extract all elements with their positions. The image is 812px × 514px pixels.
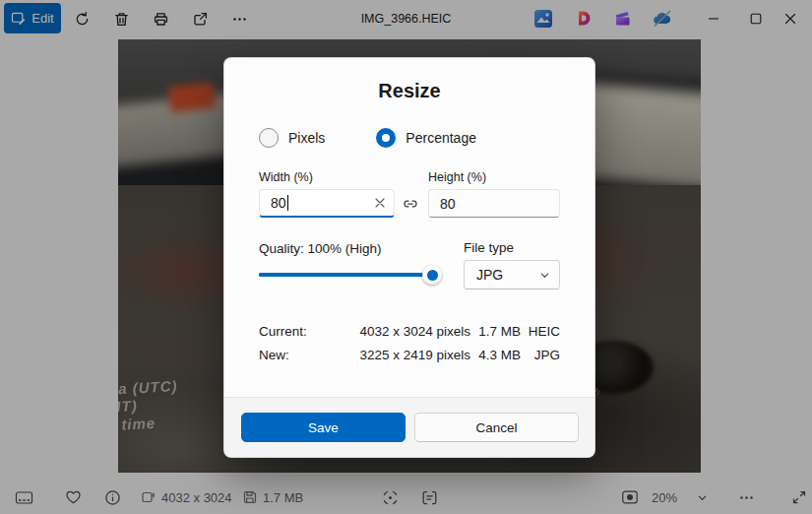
dialog-title: Resize: [224, 80, 594, 102]
new-label: New:: [259, 348, 338, 362]
photos-app-window: Edit: [0, 0, 812, 514]
text-cursor: [287, 195, 288, 211]
radio-pixels[interactable]: Pixels: [259, 128, 325, 148]
resize-dialog: Resize Pixels Percentage Width (%) 80: [223, 57, 595, 458]
new-info-row: New: 3225 x 2419 pixels 4.3 MB JPG: [259, 348, 560, 362]
current-size: 1.7 MB: [470, 324, 521, 339]
new-format: JPG: [521, 348, 560, 362]
current-info-row: Current: 4032 x 3024 pixels 1.7 MB HEIC: [259, 324, 560, 339]
file-type-dropdown[interactable]: JPG: [464, 260, 560, 289]
radio-percentage-circle: [376, 128, 396, 148]
quality-slider[interactable]: [259, 273, 432, 277]
current-dimensions: 4032 x 3024 pixels: [338, 324, 470, 339]
unit-radio-group: Pixels Percentage: [259, 128, 476, 148]
new-dimensions: 3225 x 2419 pixels: [338, 348, 470, 362]
height-input-value: 80: [440, 196, 456, 212]
current-label: Current:: [259, 324, 338, 339]
file-type-label: File type: [464, 240, 514, 255]
quality-label: Quality: 100% (High): [259, 241, 382, 256]
chevron-down-icon: [539, 270, 550, 281]
height-input[interactable]: 80: [428, 189, 560, 218]
cancel-button[interactable]: Cancel: [414, 413, 579, 442]
clear-width-icon[interactable]: [374, 197, 386, 209]
link-dimensions-icon[interactable]: [402, 195, 419, 217]
radio-pixels-circle: [259, 128, 279, 148]
save-button[interactable]: Save: [241, 413, 406, 442]
quality-slider-fill: [259, 273, 432, 277]
new-size: 4.3 MB: [470, 348, 521, 362]
width-field-label: Width (%): [259, 170, 313, 184]
radio-pixels-label: Pixels: [288, 130, 325, 146]
dialog-footer: Save Cancel: [224, 397, 594, 457]
height-field-label: Height (%): [428, 170, 486, 184]
width-input[interactable]: 80: [259, 189, 395, 218]
current-format: HEIC: [521, 324, 560, 339]
width-input-value: 80: [271, 195, 286, 211]
radio-percentage[interactable]: Percentage: [376, 128, 476, 148]
radio-percentage-label: Percentage: [406, 130, 476, 146]
quality-slider-thumb[interactable]: [422, 265, 442, 285]
file-type-value: JPG: [476, 267, 503, 283]
